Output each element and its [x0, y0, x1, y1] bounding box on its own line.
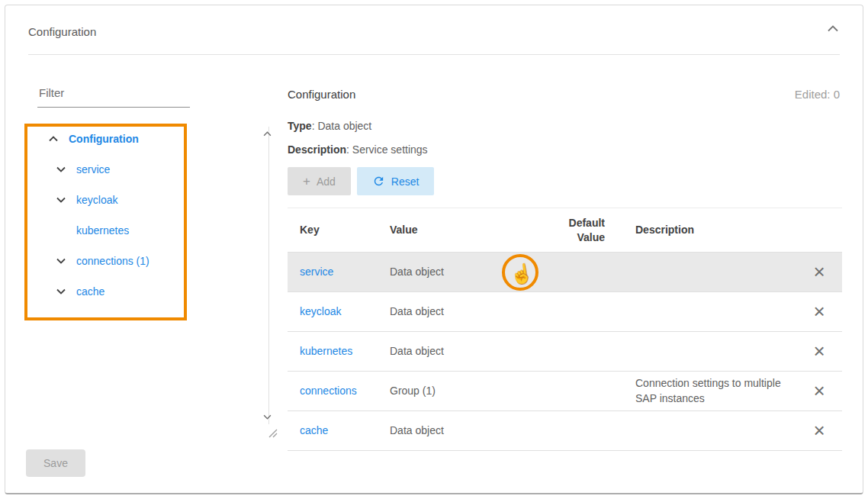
delete-row-icon[interactable]: ×	[813, 420, 825, 440]
collapse-panel-icon[interactable]	[825, 22, 841, 35]
row-key-link[interactable]: service	[300, 266, 333, 278]
tree-item-label[interactable]: cache	[76, 285, 104, 298]
add-button[interactable]: + Add	[288, 167, 351, 195]
header-divider	[28, 54, 840, 55]
table-row: kubernetes Data object ×	[288, 332, 842, 372]
tree-item-label[interactable]: keycloak	[76, 194, 117, 206]
tree-item-label[interactable]: service	[76, 163, 110, 175]
table-row: keycloak Data object ×	[288, 292, 842, 332]
tree-item[interactable]: keycloak	[26, 185, 275, 215]
row-default	[530, 372, 623, 411]
panel-title: Configuration	[28, 25, 96, 38]
reset-button-label: Reset	[391, 175, 420, 188]
tree-item-label[interactable]: kubernetes	[76, 224, 129, 237]
chevron-down-icon[interactable]	[55, 166, 67, 172]
table-row: connections Group (1) Connection setting…	[288, 372, 842, 411]
config-table: Key Value Default Value Description serv…	[288, 208, 842, 451]
table-header-row: Key Value Default Value Description	[288, 208, 842, 253]
table-row: cache Data object ×	[288, 411, 842, 451]
save-button[interactable]: Save	[26, 449, 85, 477]
table-row: service Data object ×	[288, 253, 842, 292]
type-line: Type: Data object	[288, 120, 371, 132]
row-default	[530, 411, 623, 451]
delete-row-icon[interactable]: ×	[813, 341, 825, 361]
tree-root-configuration[interactable]: Configuration	[26, 124, 275, 154]
tree-items: service keycloak kubernetes connections …	[26, 154, 275, 307]
chevron-down-icon[interactable]	[55, 197, 67, 203]
header-value: Value	[378, 208, 530, 253]
row-value: Group (1)	[378, 372, 530, 411]
row-value: Data object	[378, 411, 530, 451]
header-actions	[796, 208, 842, 253]
tree-scrollbar[interactable]	[262, 127, 275, 424]
type-label: Type	[288, 120, 312, 132]
edited-counter: Edited: 0	[795, 88, 840, 101]
header-key: Key	[288, 208, 378, 253]
scrollbar-track[interactable]	[268, 127, 269, 424]
filter-input[interactable]	[37, 79, 190, 108]
row-key-link[interactable]: kubernetes	[300, 345, 352, 357]
row-key-link[interactable]: cache	[300, 424, 328, 436]
delete-row-icon[interactable]: ×	[813, 301, 825, 321]
add-button-label: Add	[317, 175, 336, 188]
header-description: Description	[623, 208, 796, 253]
row-description	[623, 292, 796, 332]
type-value: : Data object	[312, 120, 372, 132]
row-value: Data object	[378, 332, 530, 372]
scroll-up-icon[interactable]	[263, 131, 272, 137]
header-default-value: Default Value	[530, 208, 623, 253]
tree-item[interactable]: connections (1)	[26, 246, 275, 276]
resize-grip-icon[interactable]	[267, 427, 278, 438]
row-description	[623, 411, 796, 451]
tree-item-label[interactable]: connections (1)	[76, 255, 149, 267]
refresh-icon	[372, 175, 385, 188]
toolbar: + Add Reset	[288, 167, 434, 195]
row-description	[623, 253, 796, 292]
tree-root-label[interactable]: Configuration	[69, 133, 139, 145]
description-line: Description: Service settings	[288, 143, 428, 156]
description-value: : Service settings	[346, 143, 428, 156]
delete-row-icon[interactable]: ×	[813, 262, 825, 282]
row-default	[530, 332, 623, 372]
reset-button[interactable]: Reset	[357, 167, 435, 195]
delete-row-icon[interactable]: ×	[813, 381, 825, 401]
tree-item[interactable]: service	[26, 154, 275, 185]
row-default	[530, 253, 623, 292]
description-label: Description	[288, 143, 346, 156]
config-table-body: service Data object × keycloak Data obje…	[288, 253, 842, 451]
tree-item[interactable]: cache	[26, 276, 275, 307]
chevron-up-icon[interactable]	[47, 136, 59, 142]
row-default	[530, 292, 623, 332]
row-description: Connection settings to multiple SAP inst…	[623, 372, 796, 411]
configuration-panel: Configuration Configuration service keyc…	[5, 5, 863, 494]
plus-icon: +	[303, 175, 310, 188]
row-description	[623, 332, 796, 372]
detail-title: Configuration	[288, 88, 355, 101]
config-tree: Configuration service keycloak kubernete…	[26, 124, 275, 427]
chevron-down-icon[interactable]	[55, 288, 67, 295]
row-key-link[interactable]: keycloak	[300, 305, 341, 317]
tree-item[interactable]: kubernetes	[26, 215, 275, 246]
scroll-down-icon[interactable]	[263, 414, 272, 420]
row-value: Data object	[378, 253, 530, 292]
row-key-link[interactable]: connections	[300, 385, 357, 397]
row-value: Data object	[378, 292, 530, 332]
chevron-down-icon[interactable]	[55, 258, 67, 264]
